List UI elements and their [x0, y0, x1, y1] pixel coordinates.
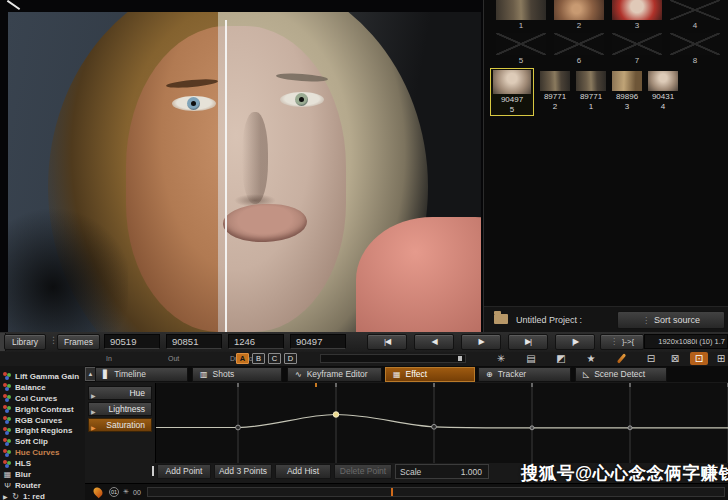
tab-keyframe-editor[interactable]: ∿Keyframe Editor: [287, 367, 382, 382]
tab-scene-detect[interactable]: ◺Scene Detect: [575, 367, 667, 382]
button-grip-tick[interactable]: [152, 466, 154, 476]
sidebar-item-blur[interactable]: ▦Blur: [0, 469, 85, 480]
frames-button[interactable]: Frames: [57, 334, 100, 350]
tab-timeline[interactable]: ▋Timeline: [95, 367, 188, 382]
sidebar-item-rgb-curves[interactable]: RGB Curves: [0, 415, 85, 426]
add-3-points-button[interactable]: Add 3 Points: [214, 464, 272, 479]
tab-tracker[interactable]: ⊕Tracker: [478, 367, 571, 382]
clip-thumbnail-90431-4[interactable]: 904314: [648, 68, 678, 111]
play-button[interactable]: ▶: [461, 334, 501, 350]
curve-control-point[interactable]: [628, 426, 632, 430]
timeline-scrollbar[interactable]: [320, 354, 466, 363]
empty-slot[interactable]: [670, 33, 720, 55]
tab-shots[interactable]: ▥Shots: [192, 367, 282, 382]
clip-thumbnail-89771-1[interactable]: 897711: [576, 68, 606, 111]
goto-end-button[interactable]: ▶|: [508, 334, 548, 350]
library-button[interactable]: Library: [4, 334, 46, 350]
version-button-c[interactable]: C: [268, 353, 281, 364]
clip-frame-number: 90431: [652, 92, 674, 101]
expand-arrow-icon[interactable]: ▶: [3, 493, 8, 500]
channel-button-saturation[interactable]: ▶Saturation: [88, 418, 152, 432]
curve-control-point[interactable]: [333, 412, 339, 418]
reel-thumbnail[interactable]: [554, 0, 604, 20]
router-icon: Ψ: [3, 481, 12, 490]
saturation-curve-svg[interactable]: [156, 383, 728, 463]
panel-lines-icon[interactable]: ⊟: [642, 352, 660, 365]
sidebar-item-1-red[interactable]: ▶↻1: red: [0, 491, 85, 500]
curve-control-point[interactable]: [236, 425, 241, 430]
reel-slot-3[interactable]: 3: [612, 0, 662, 30]
curve-control-point[interactable]: [432, 424, 437, 429]
sidebar-item-hue-curves[interactable]: Hue Curves: [0, 447, 85, 458]
sidebar-item-col-curves[interactable]: Col Curves: [0, 393, 85, 404]
folder-icon: [494, 314, 508, 324]
star-icon[interactable]: ★: [582, 352, 600, 365]
reel-slot-4[interactable]: 4: [670, 0, 720, 30]
empty-slot[interactable]: [612, 33, 662, 55]
sidebar-item-label: HLS: [15, 459, 31, 468]
add-hist-button[interactable]: Add Hist: [275, 464, 331, 479]
reel-slot-2[interactable]: 2: [554, 0, 604, 30]
tab-row: ▲ ▋Timeline▥Shots∿Keyframe Editor▦Effect…: [85, 366, 728, 382]
reel-slot-5[interactable]: 5: [496, 33, 546, 65]
channel-button-hue[interactable]: ▶Hue: [88, 386, 152, 400]
rgb-balls-icon: [3, 416, 12, 424]
brush-icon[interactable]: [612, 352, 630, 365]
step-back-button[interactable]: ◀: [414, 334, 454, 350]
grip-icon: ⋮: [610, 337, 618, 346]
sidebar-item-bright-contrast[interactable]: Bright Contrast: [0, 404, 85, 415]
empty-slot[interactable]: [554, 33, 604, 55]
sidebar-item-balance[interactable]: Balance: [0, 382, 85, 393]
scale-label: Scale: [400, 467, 421, 477]
gradient-icon[interactable]: ◩: [552, 352, 570, 365]
clip-index: 3: [625, 102, 629, 111]
reel-slot-8[interactable]: 8: [670, 33, 720, 65]
reel-slot-7[interactable]: 7: [612, 33, 662, 65]
clip-image: [576, 71, 606, 91]
sidebar-item-router[interactable]: ΨRouter: [0, 480, 85, 491]
reel-slot-6[interactable]: 6: [554, 33, 604, 65]
mini-timeline-track[interactable]: [147, 487, 725, 497]
add-point-button[interactable]: Add Point: [157, 464, 211, 479]
compare-split-line[interactable]: [225, 20, 227, 332]
clip-thumbnail-89771-2[interactable]: 897712: [540, 68, 570, 111]
play-forward-button[interactable]: |▶: [555, 334, 595, 350]
hue-curve-editor[interactable]: [155, 383, 728, 463]
version-button-d[interactable]: D: [284, 353, 297, 364]
scale-field[interactable]: Scale 1.000: [395, 464, 489, 479]
clip-index: 2: [553, 102, 557, 111]
version-button-a[interactable]: A: [236, 353, 249, 364]
clip-thumbnail-89896-3[interactable]: 898963: [612, 68, 642, 111]
panel-grid-icon[interactable]: ⊞: [712, 352, 728, 365]
version-button-b[interactable]: B: [252, 353, 265, 364]
sidebar-item-lift-gamma-gain[interactable]: Lift Gamma Gain: [0, 371, 85, 382]
sort-source-button[interactable]: ⋮Sort source: [617, 311, 725, 329]
timecode-field-current[interactable]: 90497: [290, 334, 346, 349]
sidebar-item-soft-clip[interactable]: Soft Clip: [0, 436, 85, 447]
fan-icon[interactable]: ✳: [492, 352, 510, 365]
empty-slot[interactable]: [670, 0, 720, 20]
reel-slot-1[interactable]: 1: [496, 0, 546, 30]
viewer-image[interactable]: [8, 12, 481, 332]
timecode-field-out[interactable]: 90851: [166, 334, 222, 349]
goto-start-button[interactable]: |◀: [367, 334, 407, 350]
tab-effect[interactable]: ▦Effect: [385, 367, 475, 382]
sidebar-item-bright-regions[interactable]: Bright Regions: [0, 425, 85, 436]
filmstrip-icon[interactable]: ▤: [522, 352, 540, 365]
timecode-field-duration[interactable]: 1246: [228, 334, 284, 349]
clip-row: 904975897712897711898963904314: [484, 68, 678, 116]
panel-export-icon[interactable]: ⊠: [666, 352, 684, 365]
sidebar-item-hls[interactable]: HLS: [0, 458, 85, 469]
scrollbar-handle[interactable]: [458, 356, 462, 361]
range-button[interactable]: ⋮}->{: [600, 334, 644, 350]
curve-control-point[interactable]: [530, 426, 534, 430]
effect-icon: ▦: [393, 368, 401, 381]
reel-thumbnail[interactable]: [612, 0, 662, 20]
panel-active-icon[interactable]: ⊡: [690, 352, 708, 365]
reel-thumbnail[interactable]: [496, 0, 546, 20]
timecode-field-in[interactable]: 90519: [104, 334, 160, 349]
playhead-marker[interactable]: [391, 488, 393, 496]
channel-button-lightness[interactable]: ▶Lightness: [88, 402, 152, 416]
empty-slot[interactable]: [496, 33, 546, 55]
clip-thumbnail-90497-5[interactable]: 904975: [490, 68, 534, 116]
